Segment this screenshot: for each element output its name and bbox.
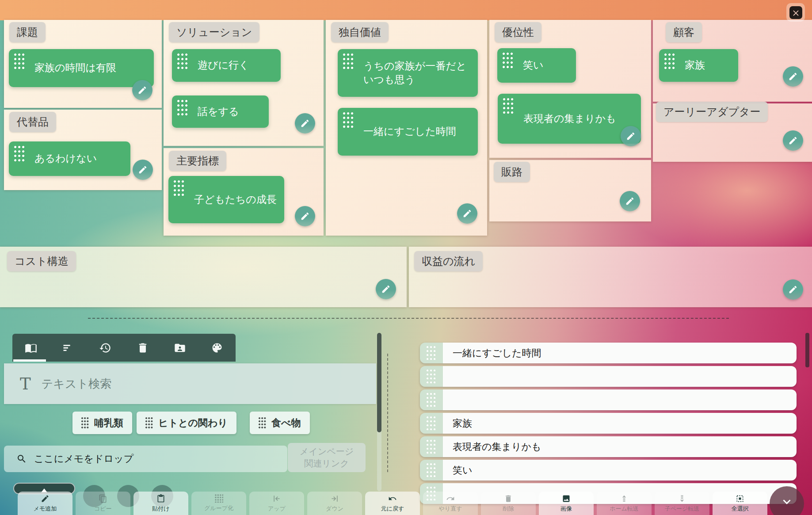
toolbar-copy-button[interactable]: コピー: [76, 492, 130, 515]
drag-handle[interactable]: [420, 389, 444, 410]
tag-chip[interactable]: 哺乳類: [72, 412, 132, 434]
trash-icon[interactable]: [137, 342, 149, 354]
palette-icon[interactable]: [211, 342, 223, 354]
pencil-icon: [788, 72, 798, 81]
drag-handle-icon[interactable]: [81, 417, 89, 428]
note[interactable]: 話をする: [172, 95, 269, 128]
toolbar-group-button[interactable]: グループ化: [191, 492, 246, 515]
toolbar-delete-button[interactable]: 削除: [481, 492, 536, 515]
edit-section-advantage-button[interactable]: [621, 126, 641, 146]
drag-handle-icon[interactable]: [664, 53, 676, 70]
trash-icon: [504, 494, 513, 503]
note-text: 表現者の集まりかも: [523, 112, 616, 126]
drag-handle-icon[interactable]: [174, 180, 185, 197]
tag-chip[interactable]: ヒトとの関わり: [137, 412, 236, 434]
drag-handle[interactable]: [420, 413, 444, 434]
toolbar-button-label: 削除: [503, 505, 514, 513]
tag-chip[interactable]: 食べ物: [250, 412, 310, 434]
pencil-icon: [137, 85, 147, 95]
toolbar-button-label: 全選択: [732, 505, 749, 513]
toolbar-select-all-button[interactable]: 全選択: [713, 492, 767, 515]
section-label-advantage: 優位性: [495, 22, 541, 42]
edit-section-problem-button[interactable]: [132, 80, 152, 100]
toolbar-image-button[interactable]: 画像: [539, 492, 594, 515]
note-list-scrollbar-thumb[interactable]: [805, 333, 809, 367]
toolbar-up-button[interactable]: アップ: [249, 492, 304, 515]
list-item[interactable]: 表現者の集まりかも: [420, 436, 797, 457]
dashed-divider-line: [88, 318, 729, 319]
drag-handle-icon[interactable]: [145, 417, 153, 428]
note[interactable]: 遊びに行く: [172, 49, 281, 82]
note[interactable]: 一緒にすごした時間: [338, 108, 478, 156]
drag-handle-icon[interactable]: [503, 53, 514, 69]
list-item[interactable]: 家族: [420, 413, 797, 434]
clipboard-icon: [156, 494, 165, 503]
drag-handle-icon: [427, 346, 436, 360]
drag-handle[interactable]: [420, 343, 444, 363]
edit-section-cost-structure-button[interactable]: [376, 279, 396, 299]
sort-lines-icon[interactable]: [62, 342, 74, 354]
note-text: 家族: [685, 58, 705, 72]
note[interactable]: 家族: [659, 49, 738, 82]
top-orange-band: [0, 0, 812, 20]
drag-handle-icon[interactable]: [259, 417, 267, 428]
note[interactable]: あるわけない: [9, 141, 130, 176]
list-item[interactable]: [420, 366, 797, 387]
toolbar-button-label: 貼付け: [152, 505, 169, 513]
text-search-panel: T: [4, 363, 376, 404]
edit-section-solution-button[interactable]: [295, 113, 315, 134]
left-panel-scrollbar-thumb[interactable]: [377, 333, 381, 432]
note[interactable]: 家族の時間は有限: [9, 49, 154, 87]
drag-handle-icon[interactable]: [343, 112, 355, 129]
drag-handle-icon[interactable]: [14, 53, 26, 70]
drag-handle[interactable]: [420, 366, 444, 387]
note[interactable]: 表現者の集まりかも: [498, 94, 641, 144]
toolbar-undo-button[interactable]: 元に戻す: [365, 492, 420, 515]
drag-handle[interactable]: [420, 460, 444, 481]
chevron-down-icon: [779, 494, 794, 509]
toolbar-add-memo-button[interactable]: メモ追加: [18, 492, 72, 515]
list-item[interactable]: 笑い: [420, 460, 797, 481]
note[interactable]: うちの家族が一番だといつも思う: [338, 49, 478, 97]
text-search-input[interactable]: [41, 377, 376, 391]
folder-person-icon[interactable]: [174, 342, 186, 354]
dotted-panel-divider: [387, 354, 388, 472]
drag-handle-icon[interactable]: [177, 100, 189, 116]
drag-handle-icon[interactable]: [14, 146, 26, 162]
memo-drop-zone[interactable]: ここにメモをドロップ: [4, 446, 287, 472]
edit-section-revenue-button[interactable]: [783, 279, 803, 300]
edit-section-early-adopters-button[interactable]: [783, 130, 803, 151]
toolbar-subpage-transfer-button[interactable]: 子ページ転送: [655, 492, 709, 515]
edit-section-alternatives-button[interactable]: [133, 160, 153, 180]
list-item[interactable]: 一緒にすごした時間: [420, 343, 797, 363]
main-page-link-button[interactable]: メインページ 関連リンク: [288, 443, 366, 472]
toolbar-home-transfer-button[interactable]: ホーム転送: [597, 492, 652, 515]
history-icon[interactable]: [99, 342, 111, 354]
drag-handle-icon[interactable]: [343, 53, 355, 70]
close-button-halo: [786, 3, 805, 22]
list-item[interactable]: [420, 389, 797, 410]
lean-canvas-app: 課題 代替品 ソリューション 主要指標 独自価値 優位性 販路 顧客 アーリーア…: [0, 0, 812, 515]
toolbar-redo-button[interactable]: やり直す: [423, 492, 478, 515]
drag-handle[interactable]: [420, 436, 444, 457]
note-text: 一緒にすごした時間: [363, 125, 456, 138]
note[interactable]: 子どもたちの成長: [168, 176, 284, 223]
transfer-up-icon: [620, 494, 629, 503]
edit-section-key-metrics-button[interactable]: [295, 206, 315, 226]
note[interactable]: 笑い: [497, 48, 576, 83]
pencil-icon: [381, 284, 391, 294]
pencil-icon: [788, 136, 798, 145]
drag-handle-icon[interactable]: [177, 53, 189, 70]
text-T-icon: T: [20, 374, 31, 393]
drag-handle-icon[interactable]: [503, 98, 515, 114]
drop-zone-label: ここにメモをドロップ: [34, 452, 133, 465]
section-label-key-metrics: 主要指標: [169, 151, 226, 171]
toolbar-down-button[interactable]: ダウン: [307, 492, 362, 515]
close-button[interactable]: [789, 6, 802, 19]
toolbar-paste-button[interactable]: 貼付け: [133, 492, 188, 515]
edit-section-channels-button[interactable]: [620, 191, 640, 211]
dot-grid-icon: [215, 494, 223, 503]
edit-section-unique-value-button[interactable]: [457, 203, 477, 224]
edit-section-customers-button[interactable]: [783, 66, 803, 87]
book-open-icon[interactable]: [25, 342, 37, 354]
